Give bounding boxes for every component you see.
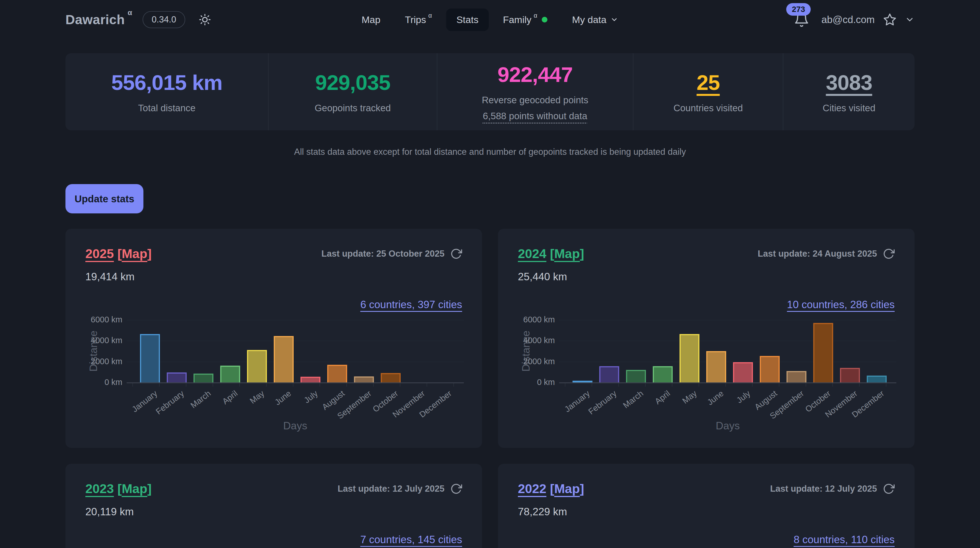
chart-bar[interactable] bbox=[786, 371, 807, 383]
account-menu-button[interactable] bbox=[905, 15, 915, 24]
stat-value[interactable]: 25 bbox=[697, 70, 720, 95]
chart-x-tick bbox=[645, 383, 646, 387]
stat-value: 556,015 km bbox=[111, 70, 222, 95]
chart-x-tick bbox=[752, 383, 752, 387]
app-logo[interactable]: Dawarichα bbox=[65, 12, 129, 27]
last-update-text: Last update: 24 August 2025 bbox=[758, 249, 877, 259]
chart-x-tick bbox=[293, 383, 293, 387]
chart-x-tick bbox=[832, 383, 833, 387]
map-link[interactable]: Map bbox=[554, 481, 580, 496]
chart-gridline bbox=[127, 320, 464, 320]
chart-bar[interactable] bbox=[840, 368, 860, 383]
chart-bar[interactable] bbox=[381, 373, 401, 383]
chart-bar[interactable] bbox=[679, 334, 700, 383]
countries-cities-link[interactable]: 10 countries, 286 cities bbox=[518, 299, 895, 311]
chart-x-tick bbox=[672, 383, 672, 387]
chart-bar[interactable] bbox=[733, 362, 753, 383]
refresh-icon[interactable] bbox=[883, 483, 895, 495]
stat-geopoints-tracked: 929,035 Geopoints tracked bbox=[268, 53, 436, 130]
chart-bar[interactable] bbox=[706, 351, 726, 383]
map-link[interactable]: Map bbox=[122, 481, 147, 496]
chart-bar[interactable] bbox=[301, 377, 320, 383]
chart-bar[interactable] bbox=[274, 336, 294, 383]
chart-x-tick bbox=[266, 383, 267, 387]
nav-trips[interactable]: Tripsα bbox=[395, 8, 442, 31]
refresh-icon[interactable] bbox=[450, 483, 462, 495]
year-title: 2022 [Map] bbox=[518, 481, 584, 496]
theme-toggle-button[interactable] bbox=[198, 13, 212, 26]
chart-gridline bbox=[559, 341, 896, 341]
stat-reverse-geocoded: 922,447 Reverse geocoded points 6,588 po… bbox=[437, 53, 633, 130]
chart-bar[interactable] bbox=[653, 366, 673, 383]
chart-bar[interactable] bbox=[167, 372, 187, 383]
update-stats-button[interactable]: Update stats bbox=[65, 184, 143, 213]
chart-bar[interactable] bbox=[813, 323, 833, 383]
stat-value: 929,035 bbox=[315, 70, 390, 95]
chart-bar[interactable] bbox=[327, 365, 347, 383]
chart-x-tick bbox=[565, 383, 565, 387]
last-update: Last update: 25 October 2025 bbox=[321, 248, 462, 260]
chart-bar[interactable] bbox=[760, 356, 780, 383]
year-link[interactable]: 2025 bbox=[85, 246, 114, 261]
nav-my-data[interactable]: My data bbox=[562, 8, 628, 31]
year-card-header: 2023 [Map]Last update: 12 July 2025 bbox=[85, 481, 462, 496]
bracket: [ bbox=[118, 481, 122, 496]
chart-bar[interactable] bbox=[573, 381, 592, 383]
nav-stats[interactable]: Stats bbox=[446, 8, 488, 31]
chart-y-tick-label: 2000 km bbox=[518, 357, 555, 366]
bracket: [ bbox=[118, 246, 122, 261]
nav-family[interactable]: Familyα bbox=[493, 8, 558, 31]
year-link[interactable]: 2023 bbox=[85, 481, 114, 496]
countries-cities-link[interactable]: 6 countries, 397 cities bbox=[85, 299, 462, 311]
refresh-icon[interactable] bbox=[450, 248, 462, 260]
main-nav: Map Tripsα Stats Familyα My data bbox=[352, 8, 628, 31]
chart-bar[interactable] bbox=[220, 365, 240, 383]
alpha-superscript: α bbox=[128, 8, 132, 17]
chart-bar[interactable] bbox=[867, 376, 887, 383]
top-nav: Dawarichα 0.34.0 Map Tripsα Stats Family… bbox=[0, 0, 980, 39]
year-card-header: 2022 [Map]Last update: 12 July 2025 bbox=[518, 481, 895, 496]
chart-y-tick-label: 4000 km bbox=[518, 336, 555, 345]
map-link[interactable]: Map bbox=[122, 246, 147, 261]
chart-x-tick bbox=[373, 383, 374, 387]
year-card: 2025 [Map]Last update: 25 October 202519… bbox=[65, 229, 482, 448]
chart-x-tick bbox=[346, 383, 347, 387]
year-card: 2024 [Map]Last update: 24 August 202525,… bbox=[498, 229, 915, 448]
distance-bar-chart[interactable]: Distance6000 km4000 km2000 km0 kmJanuary… bbox=[85, 320, 462, 451]
chart-x-tick bbox=[859, 383, 860, 387]
notifications-button[interactable]: 273 bbox=[794, 12, 810, 28]
year-link[interactable]: 2022 bbox=[518, 481, 546, 496]
chart-bar[interactable] bbox=[626, 370, 646, 383]
chart-x-axis-line bbox=[559, 383, 896, 383]
chart-y-tick-label: 6000 km bbox=[518, 315, 555, 324]
countries-cities-link[interactable]: 8 countries, 110 cities bbox=[518, 534, 895, 546]
chart-x-axis-title: Days bbox=[253, 420, 338, 432]
favorite-button[interactable] bbox=[883, 13, 897, 27]
chart-x-axis-line bbox=[127, 383, 464, 383]
last-update-text: Last update: 12 July 2025 bbox=[770, 484, 877, 494]
chart-bar[interactable] bbox=[354, 376, 374, 383]
chart-x-tick bbox=[886, 383, 886, 387]
points-without-data-link[interactable]: 6,588 points without data bbox=[483, 111, 587, 121]
chart-gridline bbox=[559, 362, 896, 362]
year-card-header: 2024 [Map]Last update: 24 August 2025 bbox=[518, 246, 895, 261]
chart-bar[interactable] bbox=[140, 334, 160, 383]
alpha-superscript: α bbox=[428, 12, 432, 19]
chart-bar[interactable] bbox=[599, 366, 619, 383]
year-link[interactable]: 2024 bbox=[518, 246, 546, 261]
map-link[interactable]: Map bbox=[554, 246, 580, 261]
bracket: ] bbox=[147, 246, 152, 261]
stat-total-distance: 556,015 km Total distance bbox=[65, 53, 268, 130]
chart-bar[interactable] bbox=[194, 373, 213, 383]
chart-x-tick bbox=[213, 383, 213, 387]
stat-cities-visited: 3083 Cities visited bbox=[783, 53, 915, 130]
countries-cities-link[interactable]: 7 countries, 145 cities bbox=[85, 534, 462, 546]
stat-value[interactable]: 3083 bbox=[826, 70, 872, 95]
chart-x-tick bbox=[132, 383, 133, 387]
chart-y-tick-label: 6000 km bbox=[85, 315, 123, 324]
chart-bar[interactable] bbox=[247, 350, 267, 383]
distance-bar-chart[interactable]: Distance6000 km4000 km2000 km0 kmJanuary… bbox=[518, 320, 895, 451]
refresh-icon[interactable] bbox=[883, 248, 895, 260]
nav-map[interactable]: Map bbox=[352, 8, 391, 31]
chart-gridline bbox=[127, 341, 464, 341]
